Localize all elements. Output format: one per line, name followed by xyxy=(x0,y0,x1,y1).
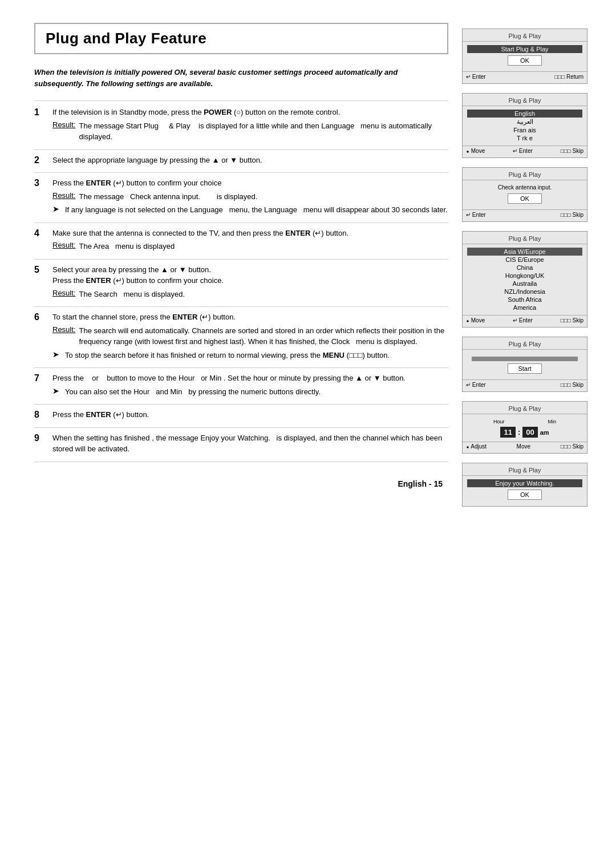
panel5-footer-enter: ↵ Enter xyxy=(466,382,486,388)
panel6-footer: ⬥ Adjust Move □□□ Skip xyxy=(463,442,587,451)
page-title: Plug and Play Feature xyxy=(46,30,437,47)
panel7-title: Plug & Play xyxy=(463,466,587,476)
panel4-cis: CIS E/Europe xyxy=(467,256,582,264)
step-6: 6 To start the channel store, press the … xyxy=(34,312,448,368)
page-number: English - 15 xyxy=(398,479,443,488)
panel4-content: Asia W/Europe CIS E/Europe China Hongkon… xyxy=(463,246,587,313)
panel2-turkish: T rk e xyxy=(467,134,582,142)
step-7-text: Press the or button to move to the Hour … xyxy=(52,373,448,384)
panel-language: Plug & Play English العربية Fran ais T r… xyxy=(462,93,587,158)
panel2-footer-enter: ↵ Enter xyxy=(513,148,533,154)
panel5-progress-bar xyxy=(472,357,578,361)
step-7-number: 7 xyxy=(34,373,44,399)
right-column: Plug & Play Start Plug & Play OK ↵ Enter… xyxy=(462,23,587,507)
step-4-number: 4 xyxy=(34,228,44,254)
step-9-content: When the setting has finished , the mess… xyxy=(52,432,448,457)
panel6-title: Plug & Play xyxy=(463,404,587,414)
step-3-result-label: Result: xyxy=(52,191,75,203)
panel1-footer-enter: ↵ Enter xyxy=(466,74,486,80)
step-1-number: 1 xyxy=(34,107,44,145)
panel5-footer: ↵ Enter □□□ Skip xyxy=(463,379,587,389)
left-column: Plug and Play Feature When the televisio… xyxy=(34,23,448,507)
panel7-subtitle: Enjoy your Watching. xyxy=(467,479,582,487)
step-1-content: If the television is in Standby mode, pr… xyxy=(52,107,448,145)
panel5-content: Start xyxy=(463,351,587,378)
panel4-footer: ⬥ Move ↵ Enter □□□ Skip xyxy=(463,315,587,325)
step-5-content: Select your area by pressing the ▲ or ▼ … xyxy=(52,264,448,302)
panel4-sa: South Africa xyxy=(467,296,582,304)
step-3-number: 3 xyxy=(34,177,44,218)
panel4-footer-move: ⬥ Move xyxy=(466,317,485,324)
panel4-footer-enter: ↵ Enter xyxy=(513,317,533,324)
panel4-aus: Austraila xyxy=(467,280,582,288)
panel6-hour-label: Hour xyxy=(493,419,505,424)
step-6-note: ➤ To stop the search before it has finis… xyxy=(52,350,448,361)
panel6-footer-move: Move xyxy=(517,443,530,450)
panel2-footer-skip: □□□ Skip xyxy=(561,148,583,154)
step-3-result-text: The message Check antenna input. is disp… xyxy=(79,191,257,203)
panel3-footer: ↵ Enter □□□ Skip xyxy=(463,209,587,219)
panel-start-plug-play: Plug & Play Start Plug & Play OK ↵ Enter… xyxy=(462,29,587,84)
step-6-result-label: Result: xyxy=(52,325,75,347)
step-1: 1 If the television is in Standby mode, … xyxy=(34,107,448,150)
panel3-subtitle: Check antenna input. xyxy=(467,184,582,191)
panel6-footer-skip: □□□ Skip xyxy=(561,443,583,450)
panel2-english: English xyxy=(467,110,582,118)
panel-search: Plug & Play Start ↵ Enter □□□ Skip xyxy=(462,337,587,392)
panel1-content: Start Plug & Play OK xyxy=(463,43,587,70)
step-6-note-text: To stop the search before it has finishe… xyxy=(65,350,390,361)
panel6-ampm: am xyxy=(540,429,549,436)
panel4-china: China xyxy=(467,264,582,272)
step-2-content: Select the appropriate language by press… xyxy=(52,155,448,168)
arrow-icon-2: ➤ xyxy=(52,350,60,361)
step-8: 8 Press the ENTER (↵) button. xyxy=(34,409,448,428)
step-8-content: Press the ENTER (↵) button. xyxy=(52,409,448,423)
step-1-text: If the television is in Standby mode, pr… xyxy=(52,107,448,118)
panel1-title: Plug & Play xyxy=(463,31,587,42)
panel3-title: Plug & Play xyxy=(463,170,587,180)
panel2-title: Plug & Play xyxy=(463,96,587,106)
panel6-hour-value: 11 xyxy=(500,427,515,438)
panel4-nzl: NZL/Indonesia xyxy=(467,288,582,296)
step-1-result-label: Result: xyxy=(52,120,75,143)
step-8-text: Press the ENTER (↵) button. xyxy=(52,409,448,420)
panel6-clock-row: 11 : 00 am xyxy=(467,424,582,440)
step-2-number: 2 xyxy=(34,155,44,168)
panel1-ok-button[interactable]: OK xyxy=(508,55,542,66)
divider-top xyxy=(34,100,448,101)
panel2-arabic: العربية xyxy=(467,118,582,126)
step-6-number: 6 xyxy=(34,312,44,363)
step-5-number: 5 xyxy=(34,264,44,302)
panel6-min-label: Min xyxy=(548,419,556,424)
panel4-title: Plug & Play xyxy=(463,234,587,244)
panel3-footer-enter: ↵ Enter xyxy=(466,212,486,218)
step-9-number: 9 xyxy=(34,432,44,457)
panel1-footer-return: □□□ Return xyxy=(554,74,583,80)
step-4: 4 Make sure that the antenna is connecte… xyxy=(34,228,448,260)
panel-area: Plug & Play Asia W/Europe CIS E/Europe C… xyxy=(462,231,587,327)
panel-enjoy: Plug & Play Enjoy your Watching. OK xyxy=(462,463,587,507)
panel6-footer-adjust: ⬥ Adjust xyxy=(466,443,487,450)
step-5-result-text: The Search menu is displayed. xyxy=(79,289,185,300)
panel-clock: Plug & Play Hour Min 11 : 00 am ⬥ Adjust… xyxy=(462,401,587,454)
step-4-text: Make sure that the antenna is connected … xyxy=(52,228,448,239)
panel3-content: Check antenna input. OK xyxy=(463,182,587,208)
panel4-america: America xyxy=(467,304,582,312)
step-4-result-label: Result: xyxy=(52,241,75,252)
panel3-ok-button[interactable]: OK xyxy=(508,193,542,204)
panel5-start-button[interactable]: Start xyxy=(508,363,542,374)
panel6-minute-value: 00 xyxy=(522,427,537,438)
step-8-number: 8 xyxy=(34,409,44,423)
step-9: 9 When the setting has finished , the me… xyxy=(34,432,448,462)
step-6-result-text: The search will end automatically. Chann… xyxy=(79,325,448,347)
intro-text: When the television is initially powered… xyxy=(34,67,448,89)
step-1-result-text: The message Start Plug & Play is display… xyxy=(79,120,448,143)
step-7-note-text: You can also set the Hour and Min by pre… xyxy=(65,386,321,398)
step-7-note: ➤ You can also set the Hour and Min by p… xyxy=(52,386,448,398)
panel7-ok-button[interactable]: OK xyxy=(508,490,542,500)
step-3-content: Press the ENTER (↵) button to confirm yo… xyxy=(52,177,448,218)
step-5: 5 Select your area by pressing the ▲ or … xyxy=(34,264,448,308)
panel3-footer-skip: □□□ Skip xyxy=(561,212,583,218)
step-2: 2 Select the appropriate language by pre… xyxy=(34,155,448,173)
page-footer: English - 15 xyxy=(34,479,448,488)
